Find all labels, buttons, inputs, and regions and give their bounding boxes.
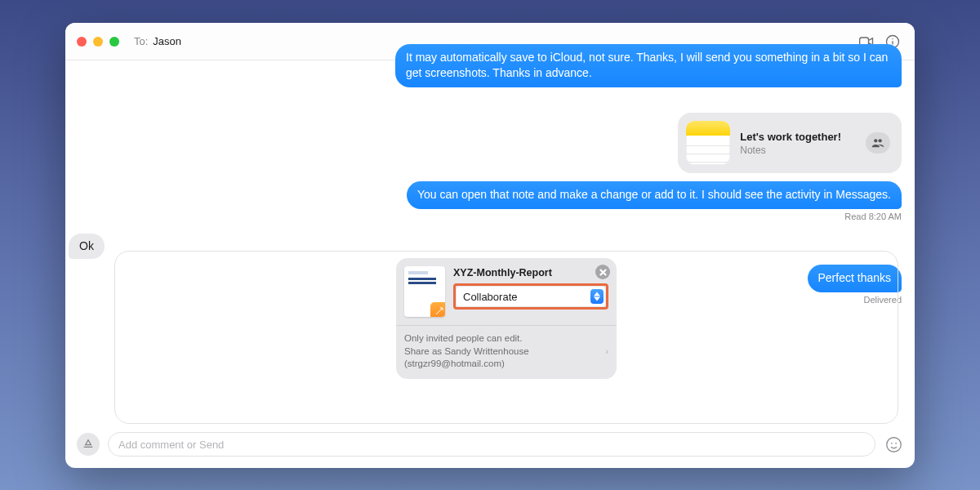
apps-button[interactable] — [77, 433, 100, 456]
stepper-icon — [590, 289, 604, 304]
note-title: Let's work together! — [740, 131, 841, 143]
share-mode-select[interactable]: Collaborate — [457, 287, 605, 306]
svg-point-7 — [891, 442, 893, 443]
share-email-text: (strgzr99@hotmail.com) — [404, 358, 597, 371]
input-placeholder: Add comment or Send — [118, 439, 224, 451]
zoom-window-button[interactable] — [109, 37, 119, 47]
sent-message-bubble[interactable]: You can open that note and make a change… — [407, 181, 902, 209]
messages-window: To: Jason It may automatically save to i… — [65, 23, 915, 468]
permission-text: Only invited people can edit. — [404, 332, 597, 345]
minimize-window-button[interactable] — [93, 37, 103, 47]
compose-area: XYZ-Monthly-Report Collaborate — [65, 251, 915, 468]
conversation-scroll[interactable]: It may automatically save to iCloud, not… — [65, 60, 915, 251]
message-input[interactable]: Add comment or Send — [108, 432, 875, 457]
message-text: It may automatically save to iCloud, not… — [406, 51, 888, 79]
collaborate-card: XYZ-Monthly-Report Collaborate — [396, 258, 617, 379]
share-settings-row[interactable]: Only invited people can edit. Share as S… — [404, 332, 608, 371]
message-text: You can open that note and make a change… — [417, 188, 891, 201]
participants-icon[interactable] — [866, 132, 890, 154]
chevron-right-icon: › — [605, 345, 608, 359]
notes-app-icon — [686, 121, 730, 165]
select-value: Collaborate — [463, 291, 518, 303]
svg-point-6 — [886, 437, 901, 452]
share-as-text: Share as Sandy Writtenhouse — [404, 345, 597, 359]
highlight-annotation: Collaborate — [453, 283, 608, 310]
message-text: Ok — [79, 239, 94, 252]
svg-point-3 — [892, 38, 893, 39]
shared-note-attachment[interactable]: Let's work together! Notes — [678, 113, 902, 173]
compose-attachment-field[interactable]: XYZ-Monthly-Report Collaborate — [114, 251, 898, 424]
svg-point-4 — [874, 139, 877, 142]
emoji-picker-button[interactable] — [884, 434, 903, 454]
sent-message-bubble[interactable]: It may automatically save to iCloud, not… — [395, 44, 902, 87]
window-controls — [77, 37, 119, 47]
svg-point-8 — [895, 442, 897, 443]
attachment-filename: XYZ-Monthly-Report — [453, 266, 608, 278]
to-recipient[interactable]: Jason — [153, 35, 181, 47]
note-source: Notes — [740, 145, 841, 156]
pages-app-icon — [430, 302, 445, 317]
svg-point-5 — [879, 139, 882, 142]
message-status: Read 8:20 AM — [407, 212, 902, 221]
to-label: To: — [134, 35, 148, 47]
close-window-button[interactable] — [77, 37, 87, 47]
document-thumbnail — [404, 266, 445, 317]
received-message-bubble[interactable]: Ok — [69, 234, 105, 259]
